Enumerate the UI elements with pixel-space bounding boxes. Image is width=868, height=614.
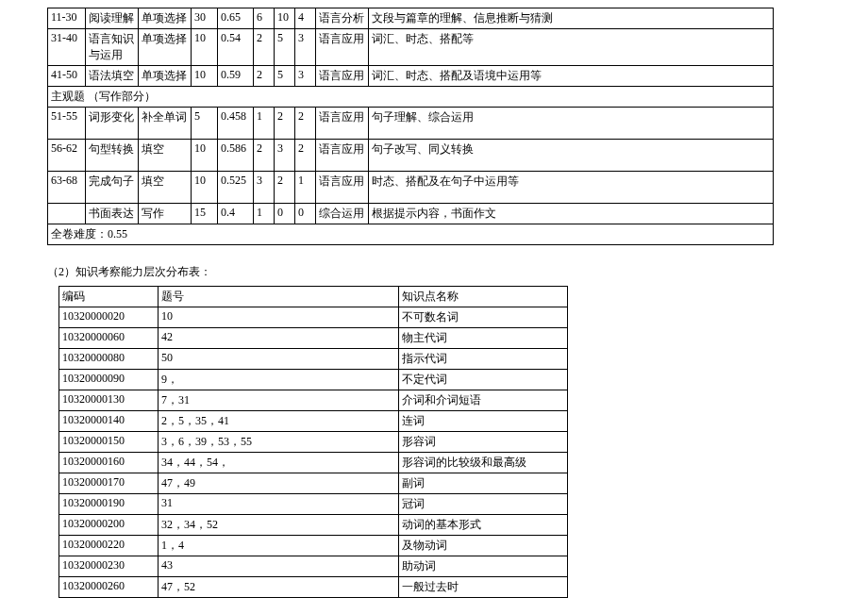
table-cell: 42 [159,328,399,349]
table-cell: 10320000080 [59,349,159,370]
table-cell: 50 [159,349,399,370]
table-cell: 及物动词 [399,536,568,556]
table-cell: 书面表达 [86,204,139,224]
table-cell: 词形变化 [86,108,139,140]
table-cell: 阅读理解 [86,8,139,29]
table-header-cell: 编码 [59,287,159,307]
table-cell: 0.586 [218,140,254,172]
analysis-table: 11-30阅读理解单项选择300.656104语言分析文段与篇章的理解、信息推断… [47,8,774,245]
table-cell: 综合运用 [316,204,369,224]
table-cell: 写作 [139,204,192,224]
table-cell: 47，49 [159,473,399,494]
table-cell: 5 [275,29,295,66]
table-header-cell: 题号 [159,287,399,307]
table-cell: 0.65 [218,8,254,29]
table-cell: 0.525 [218,172,254,204]
table-cell: 2 [254,66,275,87]
table-cell: 4 [295,8,316,29]
table-cell: 2 [254,29,275,66]
table-cell: 1 [254,108,275,140]
table-cell: 2 [295,140,316,172]
table-cell: 语法填空 [86,66,139,87]
table-cell: 语言应用 [316,140,369,172]
table-cell: 补全单词 [139,108,192,140]
table-cell: 词汇、时态、搭配等 [369,29,774,66]
table-cell: 7，31 [159,390,399,411]
table-cell: 填空 [139,172,192,204]
table-cell: 2 [275,108,295,140]
table-cell: 10 [192,66,218,87]
table-cell: 10320000150 [59,432,159,453]
table-cell: 41-50 [48,66,86,87]
table-cell: 单项选择 [139,66,192,87]
table-cell: 15 [192,204,218,224]
table-cell: 副词 [399,473,568,494]
table-cell: 2 [295,108,316,140]
table-cell: 5 [275,66,295,87]
table-cell: 2，5，35，41 [159,411,399,432]
table-cell: 10320000260 [59,577,159,598]
table-cell: 10320000200 [59,515,159,536]
table-cell: 6 [254,8,275,29]
table-cell: 语言分析 [316,8,369,29]
table-cell: 3 [295,29,316,66]
table-cell: 10320000060 [59,328,159,349]
table-cell: 10320000140 [59,411,159,432]
table-cell: 冠词 [399,494,568,515]
table-cell: 31 [159,494,399,515]
table-cell: 43 [159,556,399,577]
table-cell: 形容词 [399,432,568,453]
table-cell: 10320000170 [59,473,159,494]
section-2-title: （2）知识考察能力层次分布表： [47,264,821,280]
overall-difficulty: 全卷难度：0.55 [48,224,774,245]
table-cell: 10 [192,172,218,204]
table-cell: 10320000190 [59,494,159,515]
table-cell: 47，52 [159,577,399,598]
table-cell: 0 [275,204,295,224]
table-cell: 10320000020 [59,307,159,328]
table-cell: 3 [295,66,316,87]
table-cell: 10320000230 [59,556,159,577]
table-cell: 1 [295,172,316,204]
table-cell: 一般过去时 [399,577,568,598]
table-cell: 30 [192,8,218,29]
table-cell: 形容词的比较级和最高级 [399,453,568,473]
table-cell: 助动词 [399,556,568,577]
table-cell: 9， [159,370,399,390]
table-cell: 连词 [399,411,568,432]
table-cell: 根据提示内容，书面作文 [369,204,774,224]
table-cell: 完成句子 [86,172,139,204]
table-cell: 32，34，52 [159,515,399,536]
table-cell: 3 [275,140,295,172]
table-cell: 2 [254,140,275,172]
table-cell: 3 [254,172,275,204]
table-cell: 物主代词 [399,328,568,349]
table-cell: 句子改写、同义转换 [369,140,774,172]
table-cell: 时态、搭配及在句子中运用等 [369,172,774,204]
table-cell: 单项选择 [139,29,192,66]
table-cell: 动词的基本形式 [399,515,568,536]
table-cell: 单项选择 [139,8,192,29]
table-cell: 10320000220 [59,536,159,556]
table-header-cell: 知识点名称 [399,287,568,307]
table-cell: 0 [295,204,316,224]
table-cell: 1 [254,204,275,224]
table-cell: 语言应用 [316,108,369,140]
table-cell: 0.458 [218,108,254,140]
table-cell: 5 [192,108,218,140]
table-cell: 不定代词 [399,370,568,390]
table-cell: 10 [275,8,295,29]
table-cell: 56-62 [48,140,86,172]
table-cell [48,204,86,224]
table-cell: 介词和介词短语 [399,390,568,411]
table-cell: 文段与篇章的理解、信息推断与猜测 [369,8,774,29]
table-cell: 语言应用 [316,29,369,66]
table-cell: 31-40 [48,29,86,66]
table-cell: 词汇、时态、搭配及语境中运用等 [369,66,774,87]
table-cell: 10320000090 [59,370,159,390]
table-cell: 10 [159,307,399,328]
table-cell: 2 [275,172,295,204]
table-cell: 填空 [139,140,192,172]
table-cell: 34，44，54， [159,453,399,473]
table-cell: 10320000130 [59,390,159,411]
